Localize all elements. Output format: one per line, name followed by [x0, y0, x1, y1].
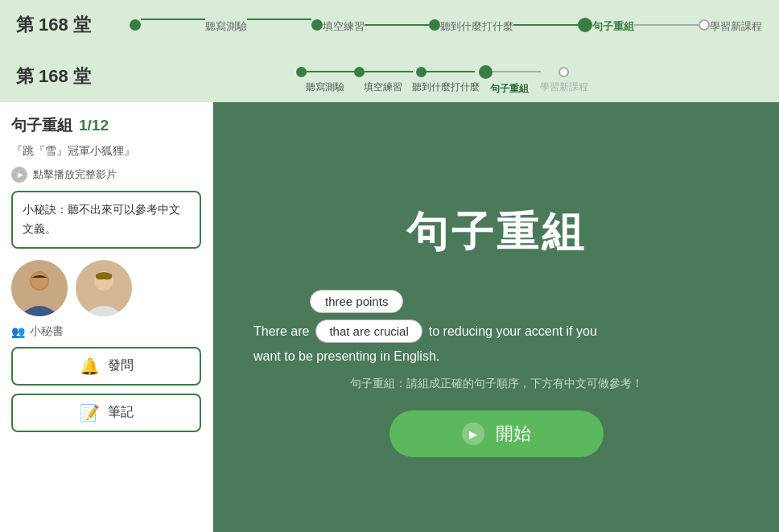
draggable-chip-top[interactable]: three points — [310, 290, 403, 313]
step-5-label: 學習新課程 — [710, 19, 762, 34]
step-5-label[interactable]: 學習新課程 — [540, 80, 588, 94]
content-title: 句子重組 — [406, 204, 587, 261]
step-4-dot — [578, 18, 592, 32]
section-count: 1/12 — [79, 117, 109, 134]
sentence-prefix: There are — [253, 324, 309, 339]
step-1-dot — [296, 67, 307, 77]
nav-step-5[interactable]: 學習新課程 — [710, 16, 762, 34]
step-1-group: 聽寫測驗 — [296, 67, 355, 94]
sentence-line2-text: want to be presenting in English. — [253, 349, 439, 364]
sidebar: 句子重組 1/12 『跳『雪』冠軍小狐狸』 ▶ 點擊播放完整影片 小秘訣：聽不出… — [0, 102, 213, 532]
section-heading: 句子重組 1/12 — [11, 115, 201, 136]
tutor-icon: 👥 — [11, 325, 25, 338]
line-1 — [141, 19, 205, 20]
start-button-icon: ▶ — [462, 423, 484, 445]
avatars-row — [11, 260, 201, 316]
step-1-label: 聽寫測驗 — [205, 19, 247, 34]
step-2-group: 填空練習 — [354, 67, 413, 94]
line-4-5 — [493, 71, 541, 72]
tip-text: 小秘訣：聽不出來可以參考中文文義。 — [23, 203, 180, 235]
step-2-dot — [311, 19, 323, 31]
top-nav-bar: 第 168 堂 聽寫測驗 填空練習 — [0, 50, 779, 102]
nav-step-3[interactable]: 聽到什麼打什麼 — [440, 16, 513, 34]
step-3-label[interactable]: 聽到什麼打什麼 — [412, 80, 480, 94]
step-3-label: 聽到什麼打什麼 — [440, 19, 513, 34]
play-label: 點擊播放完整影片 — [33, 167, 117, 182]
progress-steps: 聽寫測驗 填空練習 聽到什麼打什麼 — [121, 57, 763, 96]
sentence-container: three points There are that are crucial … — [253, 290, 739, 364]
note-button[interactable]: 📝 筆記 — [11, 394, 201, 432]
ask-label: 發問 — [108, 357, 134, 374]
step-5-group: 學習新課程 — [540, 67, 588, 94]
step-2-dot — [354, 67, 365, 77]
play-icon: ▶ — [11, 167, 27, 183]
note-icon: 📝 — [80, 403, 100, 423]
sidebar-subtitle: 『跳『雪』冠軍小狐狸』 — [11, 144, 201, 159]
start-button[interactable]: ▶ 開始 — [390, 410, 604, 457]
step-2-label: 填空練習 — [323, 19, 365, 34]
step-1-label[interactable]: 聽寫測驗 — [306, 80, 344, 94]
nav-step-1[interactable]: 聽寫測驗 — [205, 16, 247, 34]
progress-nav: 聽寫測驗 填空練習 聽到什麼打什麼 句子重組 學習新課程 — [129, 16, 763, 34]
note-label: 筆記 — [108, 404, 134, 421]
line-4 — [513, 24, 578, 26]
step-3-group: 聽到什麼打什麼 — [412, 67, 480, 94]
line-3 — [365, 24, 429, 26]
step-3-dot — [429, 19, 440, 31]
sentence-suffix: to reducing your accent if you — [429, 324, 597, 339]
step-1-dot — [130, 19, 141, 31]
step-4-group: 句子重組 — [479, 65, 541, 96]
line-3-4 — [427, 71, 475, 72]
lesson-title: 第 168 堂 — [16, 13, 129, 37]
step-4-label[interactable]: 句子重組 — [490, 82, 529, 96]
step-3-dot — [416, 67, 427, 77]
nav-step-2[interactable]: 填空練習 — [323, 16, 365, 34]
step-5-dot — [699, 19, 710, 31]
tip-box: 小秘訣：聽不出來可以參考中文文義。 — [11, 191, 201, 249]
step-4-label: 句子重組 — [592, 19, 634, 34]
step-2-label[interactable]: 填空練習 — [364, 80, 402, 94]
start-button-label: 開始 — [496, 422, 531, 446]
step-4-dot — [479, 65, 493, 79]
step-1-wrapper — [130, 19, 205, 31]
tutor-label: 小秘書 — [30, 324, 64, 339]
sentence-line-1: There are that are crucial to reducing y… — [253, 320, 739, 343]
content-area: 句子重組 three points There are that are cru… — [213, 102, 779, 532]
instruction-text: 句子重組：請組成正確的句子順序，下方有中文可做參考！ — [350, 377, 643, 391]
line-5 — [634, 24, 699, 26]
ask-button[interactable]: 🔔 發問 — [11, 347, 201, 386]
nav-step-4[interactable]: 句子重組 — [592, 16, 634, 34]
main-content: 句子重組 1/12 『跳『雪』冠軍小狐狸』 ▶ 點擊播放完整影片 小秘訣：聽不出… — [0, 102, 779, 532]
top-header: 第 168 堂 聽寫測驗 填空練習 聽到什麼打什麼 句子重組 學習新課程 — [0, 0, 779, 50]
sentence-inline-chip[interactable]: that are crucial — [315, 320, 422, 343]
tutor-label-row: 👥 小秘書 — [11, 324, 201, 339]
lesson-title: 第 168 堂 — [16, 64, 121, 89]
step-5-dot — [558, 67, 569, 77]
draggable-chip-text: three points — [325, 295, 388, 308]
line-2-3 — [365, 71, 413, 72]
avatar-1 — [11, 260, 68, 316]
play-row[interactable]: ▶ 點擊播放完整影片 — [11, 167, 201, 183]
ask-icon: 🔔 — [80, 357, 100, 376]
avatar-2 — [76, 260, 132, 316]
section-label: 句子重組 — [11, 115, 72, 136]
sentence-line-2: want to be presenting in English. — [253, 349, 739, 364]
line-1-2 — [307, 71, 355, 72]
line-2 — [247, 19, 311, 20]
